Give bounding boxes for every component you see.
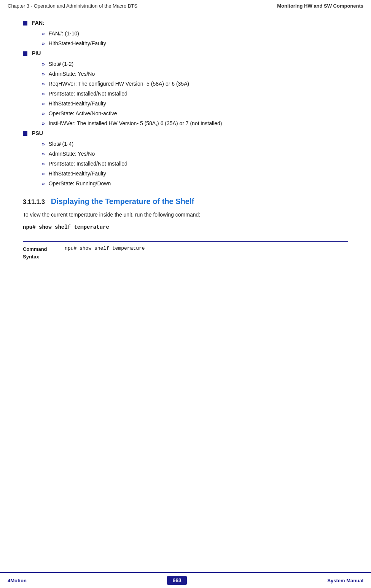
psu-label: PSU: [32, 130, 43, 136]
header-section: Monitoring HW and SW Components: [277, 3, 363, 9]
piu-bullet-icon: [23, 51, 27, 56]
chevron-icon: »: [42, 110, 45, 116]
page-header: Chapter 3 - Operation and Administration…: [0, 0, 371, 12]
chevron-icon: »: [42, 120, 45, 126]
chevron-icon: »: [42, 180, 45, 186]
psu-item-5: OperState: Running/Down: [49, 180, 111, 186]
piu-item-5: HlthState:Healthy/Faulty: [49, 100, 106, 107]
psu-item-3: PrsntState: Installed/Not Installed: [49, 161, 127, 167]
psu-bullet: PSU: [23, 130, 348, 136]
psu-item-2: AdmnState: Yes/No: [49, 151, 95, 157]
chevron-icon: »: [42, 30, 45, 37]
header-chapter: Chapter 3 - Operation and Administration…: [8, 3, 137, 9]
list-item: » HlthState:Healthy/Faulty: [42, 100, 348, 107]
list-item: » InstHWVer: The installed HW Version- 5…: [42, 120, 348, 126]
piu-section: PIU » Slot# (1-2) » AdmnState: Yes/No » …: [23, 50, 348, 126]
footer-brand: 4Motion: [8, 578, 27, 583]
command-syntax-section: Command Syntax npu# show shelf temperatu…: [23, 241, 348, 266]
list-item: » Slot# (1-2): [42, 61, 348, 67]
list-item: » PrsntState: Installed/Not Installed: [42, 91, 348, 97]
fan-label: FAN:: [32, 20, 45, 26]
fan-section: FAN: » FAN#: (1-10) » HlthState:Healthy/…: [23, 20, 348, 46]
list-item: » FAN#: (1-10): [42, 30, 348, 37]
fan-bullet: FAN:: [23, 20, 348, 26]
piu-item-6: OperState: Active/Non-active: [49, 110, 117, 116]
chevron-icon: »: [42, 91, 45, 97]
page-content: FAN: » FAN#: (1-10) » HlthState:Healthy/…: [0, 12, 371, 304]
chevron-icon: »: [42, 71, 45, 77]
chevron-icon: »: [42, 161, 45, 167]
piu-label: PIU: [32, 50, 41, 56]
section-body-text: To view the current temperature inside t…: [23, 210, 348, 219]
psu-section: PSU » Slot# (1-4) » AdmnState: Yes/No » …: [23, 130, 348, 186]
chevron-icon: »: [42, 151, 45, 157]
page-footer: 4Motion 663 System Manual: [0, 572, 371, 588]
section-heading: 3.11.1.3 Displaying the Temperature of t…: [23, 197, 348, 206]
command-syntax-label: Command Syntax: [23, 245, 57, 260]
psu-bullet-icon: [23, 131, 27, 136]
list-item: » ReqHWVer: The configured HW Version- 5…: [42, 81, 348, 87]
fan-item-1: FAN#: (1-10): [49, 30, 79, 37]
fan-bullet-icon: [23, 21, 27, 25]
chevron-icon: »: [42, 100, 45, 107]
chevron-icon: »: [42, 141, 45, 147]
footer-manual: System Manual: [327, 578, 363, 583]
section-number: 3.11.1.3: [23, 199, 45, 206]
chevron-icon: »: [42, 40, 45, 46]
fan-sub-list: » FAN#: (1-10) » HlthState:Healthy/Fault…: [42, 30, 348, 46]
list-item: » HlthState:Healthy/Faulty: [42, 40, 348, 46]
list-item: » OperState: Active/Non-active: [42, 110, 348, 116]
psu-item-1: Slot# (1-4): [49, 141, 73, 147]
footer-content: 4Motion 663 System Manual: [0, 573, 371, 588]
list-item: » AdmnState: Yes/No: [42, 151, 348, 157]
piu-bullet: PIU: [23, 50, 348, 56]
list-item: » OperState: Running/Down: [42, 180, 348, 186]
footer-page-number: 663: [167, 576, 186, 585]
command-block: npu# show shelf temperature: [23, 224, 348, 230]
fan-item-2: HlthState:Healthy/Faulty: [49, 40, 106, 46]
chevron-icon: »: [42, 171, 45, 177]
psu-sub-list: » Slot# (1-4) » AdmnState: Yes/No » Prsn…: [42, 141, 348, 186]
piu-item-7: InstHWVer: The installed HW Version- 5 (…: [49, 120, 222, 126]
list-item: » AdmnState: Yes/No: [42, 71, 348, 77]
command-syntax-label-line2: Syntax: [23, 254, 39, 260]
psu-item-4: HlthState:Healthy/Faulty: [49, 171, 106, 177]
piu-item-4: PrsntState: Installed/Not Installed: [49, 91, 127, 97]
piu-item-1: Slot# (1-2): [49, 61, 73, 67]
piu-item-3: ReqHWVer: The configured HW Version- 5 (…: [49, 81, 189, 87]
piu-sub-list: » Slot# (1-2) » AdmnState: Yes/No » ReqH…: [42, 61, 348, 126]
section-title: Displaying the Temperature of the Shelf: [51, 197, 194, 206]
list-item: » PrsntState: Installed/Not Installed: [42, 161, 348, 167]
list-item: » Slot# (1-4): [42, 141, 348, 147]
command-syntax-value: npu# show shelf temperature: [65, 245, 145, 251]
list-item: » HlthState:Healthy/Faulty: [42, 171, 348, 177]
chevron-icon: »: [42, 81, 45, 87]
chevron-icon: »: [42, 61, 45, 67]
command-syntax-label-line1: Command: [23, 246, 47, 252]
piu-item-2: AdmnState: Yes/No: [49, 71, 95, 77]
